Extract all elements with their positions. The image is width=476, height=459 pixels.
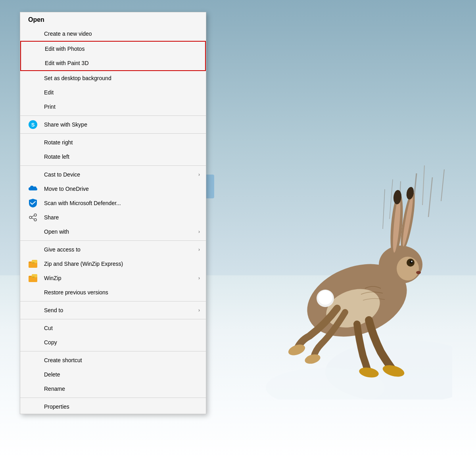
menu-item-edit-with-photos-label: Edit with Photos — [45, 46, 84, 52]
menu-item-zip-and-share-label: Zip and Share (WinZip Express) — [44, 261, 123, 267]
onedrive-icon — [28, 184, 38, 194]
menu-item-set-desktop-bg[interactable]: Set as desktop background — [20, 71, 206, 85]
menu-item-edit-label: Edit — [44, 89, 54, 96]
share-icon — [28, 213, 38, 222]
menu-item-give-access-to[interactable]: Give access to › — [20, 242, 206, 257]
svg-point-29 — [34, 214, 36, 216]
svg-line-6 — [390, 179, 393, 219]
winzip-icon-2 — [28, 273, 38, 283]
svg-line-33 — [32, 218, 35, 219]
separator-3 — [20, 165, 206, 166]
menu-item-edit-with-photos[interactable]: Edit with Photos — [21, 42, 205, 56]
menu-item-delete[interactable]: Delete — [20, 367, 206, 382]
menu-item-winzip-label: WinZip — [44, 275, 61, 281]
menu-item-create-shortcut-label: Create shortcut — [44, 357, 82, 363]
menu-item-share-skype[interactable]: S Share with Skype — [20, 117, 206, 132]
menu-item-scan-defender[interactable]: Scan with Microsoft Defender... — [20, 196, 206, 210]
menu-item-share-skype-label: Share with Skype — [44, 121, 87, 128]
menu-item-cast-to-device[interactable]: Cast to Device › — [20, 167, 206, 182]
menu-item-cut-label: Cut — [44, 325, 53, 331]
svg-rect-39 — [32, 277, 35, 278]
menu-item-rename[interactable]: Rename — [20, 382, 206, 396]
winzip-icon-1 — [28, 259, 38, 269]
menu-item-share-label: Share — [44, 214, 59, 221]
menu-item-rotate-left-label: Rotate left — [44, 154, 69, 160]
winzip-arrow-icon: › — [198, 275, 200, 281]
svg-point-21 — [411, 261, 413, 262]
menu-item-cast-to-device-label: Cast to Device — [44, 171, 80, 178]
menu-item-scan-defender-label: Scan with Microsoft Defender... — [44, 200, 121, 206]
send-to-arrow-icon: › — [198, 307, 200, 313]
svg-line-4 — [441, 169, 444, 201]
menu-item-share[interactable]: Share — [20, 210, 206, 225]
skype-icon: S — [28, 120, 38, 129]
cast-to-device-arrow-icon: › — [198, 172, 200, 177]
menu-item-zip-and-share[interactable]: Zip and Share (WinZip Express) — [20, 257, 206, 271]
menu-item-cut[interactable]: Cut — [20, 321, 206, 335]
svg-line-5 — [383, 189, 385, 229]
menu-item-edit[interactable]: Edit — [20, 85, 206, 100]
menu-item-create-shortcut[interactable]: Create shortcut — [20, 353, 206, 367]
separator-6 — [20, 319, 206, 319]
menu-item-delete-label: Delete — [44, 371, 60, 378]
menu-item-give-access-to-label: Give access to — [44, 246, 81, 253]
menu-item-open-with-label: Open with — [44, 229, 69, 235]
menu-item-move-to-onedrive-label: Move to OneDrive — [44, 186, 89, 192]
menu-item-restore-previous-label: Restore previous versions — [44, 289, 108, 296]
menu-item-create-new-video[interactable]: Create a new video — [20, 27, 206, 41]
menu-item-send-to-label: Send to — [44, 307, 63, 313]
context-menu: Open Create a new video Edit with Photos… — [20, 12, 206, 414]
open-with-arrow-icon: › — [198, 229, 200, 234]
svg-point-30 — [29, 216, 32, 219]
svg-line-1 — [422, 165, 424, 205]
menu-item-copy-label: Copy — [44, 339, 57, 346]
menu-item-edit-with-paint-3d-label: Edit with Paint 3D — [45, 60, 89, 66]
menu-item-open-label: Open — [28, 16, 44, 23]
svg-rect-36 — [32, 262, 35, 263]
separator-2 — [20, 133, 206, 134]
menu-item-send-to[interactable]: Send to › — [20, 303, 206, 317]
menu-item-properties-label: Properties — [44, 403, 69, 410]
menu-item-copy[interactable]: Copy — [20, 335, 206, 350]
separator-7 — [20, 351, 206, 351]
menu-item-open-with[interactable]: Open with › — [20, 225, 206, 239]
menu-item-create-new-video-label: Create a new video — [44, 31, 92, 37]
defender-icon — [28, 198, 38, 208]
separator-5 — [20, 301, 206, 302]
svg-point-31 — [34, 219, 36, 221]
svg-point-28 — [318, 290, 332, 305]
menu-item-print[interactable]: Print — [20, 100, 206, 114]
menu-item-edit-with-paint-3d[interactable]: Edit with Paint 3D — [21, 56, 205, 70]
menu-item-restore-previous[interactable]: Restore previous versions — [20, 285, 206, 300]
menu-item-move-to-onedrive[interactable]: Move to OneDrive — [20, 182, 206, 196]
separator-4 — [20, 240, 206, 241]
svg-point-24 — [304, 353, 321, 365]
svg-line-2 — [428, 177, 432, 217]
menu-item-print-label: Print — [44, 104, 56, 110]
svg-line-32 — [32, 215, 35, 217]
separator-8 — [20, 398, 206, 398]
menu-item-winzip[interactable]: WinZip › — [20, 271, 206, 285]
give-access-arrow-icon: › — [198, 247, 200, 252]
menu-item-rotate-left[interactable]: Rotate left — [20, 150, 206, 164]
menu-item-set-desktop-bg-label: Set as desktop background — [44, 75, 111, 81]
separator-1 — [20, 115, 206, 116]
menu-item-rotate-right-label: Rotate right — [44, 139, 73, 146]
hare-illustration — [246, 142, 452, 399]
menu-item-properties[interactable]: Properties — [20, 399, 206, 414]
highlighted-edit-group: Edit with Photos Edit with Paint 3D — [20, 41, 206, 71]
svg-point-22 — [416, 271, 421, 274]
menu-item-open[interactable]: Open — [20, 12, 206, 27]
menu-item-rename-label: Rename — [44, 386, 65, 392]
menu-item-rotate-right[interactable]: Rotate right — [20, 135, 206, 150]
